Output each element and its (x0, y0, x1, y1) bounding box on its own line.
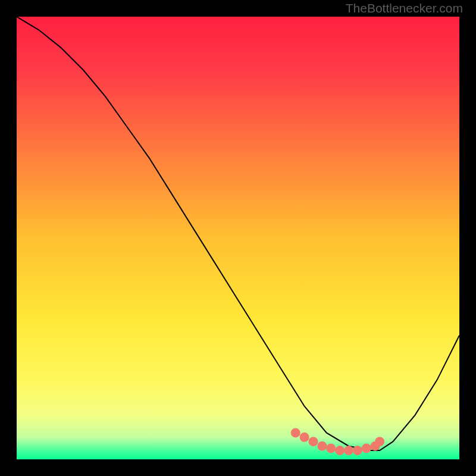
watermark-text: TheBottlenecker.com (346, 1, 463, 15)
marker-dot (300, 433, 309, 442)
marker-dot (317, 441, 327, 451)
chart-canvas (17, 17, 459, 459)
marker-dot (344, 446, 353, 455)
gradient-background (17, 17, 459, 459)
marker-dot (335, 446, 345, 455)
marker-dot (375, 437, 384, 446)
marker-dot (326, 443, 336, 453)
marker-dot (353, 446, 362, 455)
chart-svg (17, 17, 459, 459)
marker-dot (309, 437, 318, 446)
marker-dot (362, 443, 371, 453)
marker-dot (291, 428, 300, 437)
